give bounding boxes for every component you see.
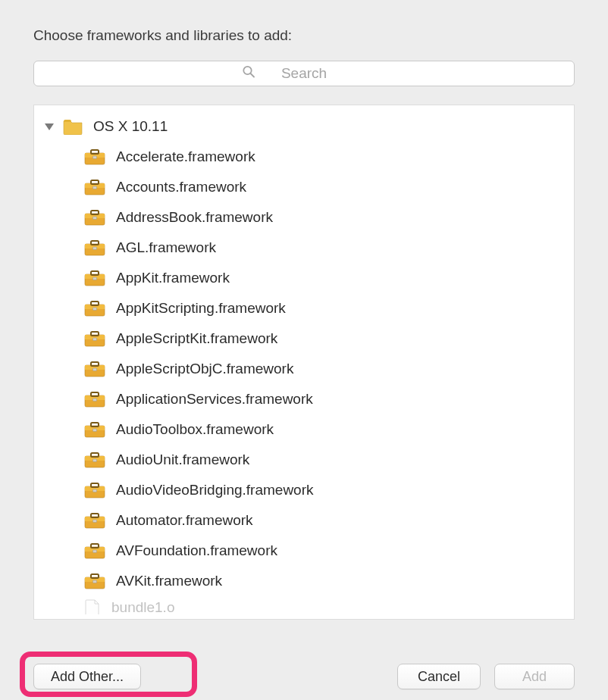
toolbox-icon <box>84 179 105 195</box>
search-field-wrap <box>33 61 575 86</box>
list-item-label: AddressBook.framework <box>116 209 273 226</box>
list-item-label: AppleScriptKit.framework <box>116 330 277 347</box>
svg-rect-9 <box>93 186 97 189</box>
list-item[interactable]: Automator.framework <box>34 505 574 536</box>
toolbox-icon <box>84 391 105 408</box>
svg-rect-36 <box>91 392 99 396</box>
add-other-button[interactable]: Add Other... <box>33 664 141 689</box>
list-item-partial[interactable]: bundle1.o <box>34 596 574 614</box>
svg-rect-12 <box>91 211 99 214</box>
svg-rect-33 <box>93 368 97 371</box>
toolbox-icon <box>84 330 105 347</box>
svg-rect-37 <box>93 398 97 402</box>
add-button[interactable]: Add <box>494 664 575 689</box>
toolbox-icon <box>84 452 105 468</box>
svg-rect-44 <box>91 453 99 457</box>
svg-rect-41 <box>93 429 97 432</box>
svg-rect-21 <box>93 277 97 280</box>
svg-rect-16 <box>91 241 99 245</box>
toolbox-icon <box>84 239 105 256</box>
toolbox-icon <box>84 542 105 559</box>
svg-rect-4 <box>91 150 99 154</box>
svg-rect-25 <box>93 308 97 311</box>
svg-rect-29 <box>93 338 97 341</box>
svg-rect-53 <box>93 520 97 523</box>
cancel-button[interactable]: Cancel <box>397 664 481 689</box>
list-item[interactable]: AppKitScripting.framework <box>34 293 574 323</box>
svg-rect-52 <box>91 514 99 517</box>
svg-rect-8 <box>91 180 99 184</box>
toolbox-icon <box>84 573 105 589</box>
list-item-label: AppKitScripting.framework <box>116 300 286 317</box>
svg-rect-5 <box>93 156 97 159</box>
list-item-label: AudioUnit.framework <box>116 452 249 468</box>
svg-rect-57 <box>93 550 97 553</box>
svg-rect-45 <box>93 459 97 462</box>
svg-rect-28 <box>91 332 99 336</box>
list-item-label: AGL.framework <box>116 239 216 256</box>
svg-rect-49 <box>93 489 97 492</box>
toolbox-icon <box>84 482 105 498</box>
svg-rect-56 <box>91 544 99 548</box>
list-item-label: AudioVideoBridging.framework <box>116 482 314 498</box>
list-item[interactable]: Accelerate.framework <box>34 142 574 172</box>
prompt-label: Choose frameworks and libraries to add: <box>33 27 575 44</box>
toolbox-icon <box>84 512 105 529</box>
list-item-label: Accelerate.framework <box>116 148 255 165</box>
list-item[interactable]: AVKit.framework <box>34 566 574 596</box>
list-item-label: AppleScriptObjC.framework <box>116 361 293 377</box>
search-input[interactable] <box>33 61 575 86</box>
framework-chooser-sheet: Choose frameworks and libraries to add: … <box>0 0 608 620</box>
list-item-label: bundle1.o <box>111 599 174 614</box>
list-item[interactable]: Accounts.framework <box>34 172 574 202</box>
list-item[interactable]: AppleScriptKit.framework <box>34 323 574 354</box>
svg-rect-40 <box>91 423 99 427</box>
dialog-footer: Add Other... Cancel Add <box>0 664 608 689</box>
list-item[interactable]: AVFoundation.framework <box>34 536 574 566</box>
list-item[interactable]: AGL.framework <box>34 233 574 263</box>
svg-rect-60 <box>91 574 99 578</box>
svg-rect-48 <box>91 483 99 487</box>
toolbox-icon <box>84 148 105 165</box>
toolbox-icon <box>84 361 105 377</box>
list-item[interactable]: AppleScriptObjC.framework <box>34 354 574 384</box>
list-item[interactable]: AddressBook.framework <box>34 202 574 233</box>
list-item-label: Accounts.framework <box>116 179 246 195</box>
list-item-label: AppKit.framework <box>116 270 230 286</box>
toolbox-icon <box>84 421 105 438</box>
framework-list[interactable]: OS X 10.11 Accelerate.frameworkAccounts.… <box>33 105 575 620</box>
svg-rect-24 <box>91 302 99 305</box>
svg-rect-32 <box>91 362 99 366</box>
list-item[interactable]: ApplicationServices.framework <box>34 384 574 414</box>
list-item[interactable]: AppKit.framework <box>34 263 574 293</box>
list-item-label: AudioToolbox.framework <box>116 421 274 438</box>
disclosure-triangle-icon[interactable] <box>45 123 54 130</box>
folder-icon <box>63 118 83 135</box>
toolbox-icon <box>84 209 105 226</box>
svg-rect-17 <box>93 247 97 250</box>
list-item[interactable]: AudioVideoBridging.framework <box>34 475 574 505</box>
list-item[interactable]: AudioToolbox.framework <box>34 414 574 445</box>
list-item-label: ApplicationServices.framework <box>116 391 313 408</box>
svg-rect-13 <box>93 217 97 220</box>
svg-rect-61 <box>93 580 97 583</box>
list-item-label: Automator.framework <box>116 512 253 529</box>
file-icon <box>84 599 101 614</box>
list-item[interactable]: AudioUnit.framework <box>34 445 574 475</box>
tree-root[interactable]: OS X 10.11 <box>34 111 574 142</box>
list-item-label: AVKit.framework <box>116 573 222 589</box>
list-item-label: AVFoundation.framework <box>116 542 277 559</box>
toolbox-icon <box>84 300 105 317</box>
tree-root-label: OS X 10.11 <box>93 118 168 135</box>
toolbox-icon <box>84 270 105 286</box>
svg-rect-20 <box>91 271 99 275</box>
